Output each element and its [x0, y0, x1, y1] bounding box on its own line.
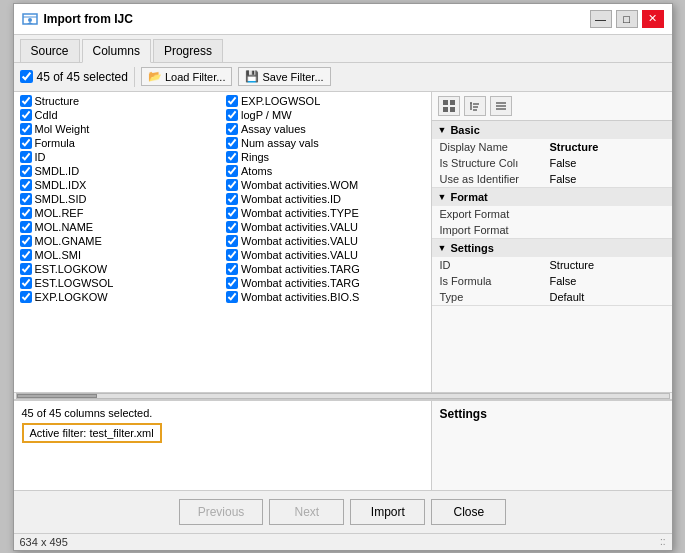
col-checkbox-atoms[interactable] [226, 165, 238, 177]
col-checkbox-wombat-wom[interactable] [226, 179, 238, 191]
col-checkbox-mol-weight[interactable] [20, 123, 32, 135]
list-item: Rings [222, 150, 429, 164]
col-checkbox-wombat-valu1[interactable] [226, 221, 238, 233]
list-item: MOL.GNAME [16, 234, 223, 248]
col-checkbox-mol-name[interactable] [20, 221, 32, 233]
list-item: ID [16, 150, 223, 164]
col-checkbox-est-logkow[interactable] [20, 263, 32, 275]
button-bar: Previous Next Import Close [14, 490, 672, 533]
col-checkbox-wombat-id[interactable] [226, 193, 238, 205]
minimize-button[interactable]: — [590, 10, 612, 28]
bottom-right-panel: Settings [432, 401, 672, 490]
list-item: Wombat activities.BIO.S [222, 290, 429, 304]
import-button[interactable]: Import [350, 499, 425, 525]
maximize-button[interactable]: □ [616, 10, 638, 28]
prop-row-import-format: Import Format [432, 222, 672, 238]
list-item: Wombat activities.TYPE [222, 206, 429, 220]
col-checkbox-est-logwsol[interactable] [20, 277, 32, 289]
col-checkbox-wombat-valu2[interactable] [226, 235, 238, 247]
col-checkbox-smdl-idx[interactable] [20, 179, 32, 191]
bottom-settings-title: Settings [440, 407, 664, 421]
col-checkbox-rings[interactable] [226, 151, 238, 163]
col-checkbox-wombat-valu3[interactable] [226, 249, 238, 261]
format-section: ▼ Format Export Format Import Format [432, 188, 672, 239]
col-checkbox-mol-ref[interactable] [20, 207, 32, 219]
active-filter-label: Active filter: test_filter.xml [22, 423, 162, 443]
col-checkbox-exp-logwsol[interactable] [226, 95, 238, 107]
col-checkbox-wombat-bio[interactable] [226, 291, 238, 303]
col-checkbox-smdl-sid[interactable] [20, 193, 32, 205]
list-item: MOL.NAME [16, 220, 223, 234]
col-checkbox-num-assay-vals[interactable] [226, 137, 238, 149]
prop-row-export-format: Export Format [432, 206, 672, 222]
list-item: MOL.SMI [16, 248, 223, 262]
list-item: SMDL.IDX [16, 178, 223, 192]
list-item: logP / MW [222, 108, 429, 122]
list-item: Assay values [222, 122, 429, 136]
svg-point-2 [28, 18, 32, 22]
main-window: Import from IJC — □ ✕ Source Columns Pro… [13, 3, 673, 551]
col-checkbox-smdl-id[interactable] [20, 165, 32, 177]
svg-rect-4 [450, 100, 455, 105]
columns-selected-text: 45 of 45 columns selected. [22, 407, 423, 419]
col-checkbox-exp-logkow[interactable] [20, 291, 32, 303]
col-checkbox-structure[interactable] [20, 95, 32, 107]
prop-row-display-name: Display Name Structure [432, 139, 672, 155]
save-filter-button[interactable]: 💾 Save Filter... [238, 67, 330, 86]
list-item: SMDL.ID [16, 164, 223, 178]
sort-asc-icon-button[interactable] [464, 96, 486, 116]
columns-grid: Structure EXP.LOGWSOL CdId logP / MW [14, 92, 431, 306]
col-checkbox-wombat-targ2[interactable] [226, 277, 238, 289]
next-button[interactable]: Next [269, 499, 344, 525]
col-checkbox-assay-values[interactable] [226, 123, 238, 135]
list-item: Wombat activities.WOM [222, 178, 429, 192]
tab-progress[interactable]: Progress [153, 39, 223, 62]
close-window-button[interactable]: ✕ [642, 10, 664, 28]
col-checkbox-mol-gname[interactable] [20, 235, 32, 247]
list-item: Wombat activities.VALU [222, 234, 429, 248]
select-all-checkbox[interactable] [20, 70, 33, 83]
col-checkbox-formula[interactable] [20, 137, 32, 149]
columns-panel[interactable]: Structure EXP.LOGWSOL CdId logP / MW [14, 92, 432, 392]
col-checkbox-logp-mw[interactable] [226, 109, 238, 121]
prop-row-is-formula: Is Formula False [432, 273, 672, 289]
main-content: Structure EXP.LOGWSOL CdId logP / MW [14, 92, 672, 392]
bottom-area: 45 of 45 columns selected. Active filter… [14, 400, 672, 490]
save-filter-icon: 💾 [245, 70, 259, 83]
list-item: EXP.LOGWSOL [222, 94, 429, 108]
list-item: EST.LOGKOW [16, 262, 223, 276]
property-icons-row [432, 92, 672, 121]
prop-row-is-structure: Is Structure Colı False [432, 155, 672, 171]
sort-icon-button[interactable] [490, 96, 512, 116]
title-controls: — □ ✕ [590, 10, 664, 28]
prop-row-use-as-id: Use as Identifier False [432, 171, 672, 187]
list-item: Num assay vals [222, 136, 429, 150]
horizontal-scrollbar[interactable] [14, 392, 672, 400]
list-item: EXP.LOGKOW [16, 290, 223, 304]
basic-section: ▼ Basic Display Name Structure Is Struct… [432, 121, 672, 188]
tab-columns[interactable]: Columns [82, 39, 151, 63]
title-bar-left: Import from IJC [22, 11, 133, 27]
settings-section: ▼ Settings ID Structure Is Formula False… [432, 239, 672, 306]
tab-source[interactable]: Source [20, 39, 80, 62]
scrollbar-track[interactable] [16, 393, 670, 399]
window-title: Import from IJC [44, 12, 133, 26]
col-checkbox-wombat-targ1[interactable] [226, 263, 238, 275]
list-item: Wombat activities.TARG [222, 262, 429, 276]
toolbar-divider [134, 67, 135, 87]
col-checkbox-wombat-type[interactable] [226, 207, 238, 219]
load-filter-icon: 📂 [148, 70, 162, 83]
grid-view-icon-button[interactable] [438, 96, 460, 116]
columns-toolbar: 45 of 45 selected 📂 Load Filter... 💾 Sav… [14, 63, 672, 92]
settings-section-header: ▼ Settings [432, 239, 672, 257]
load-filter-button[interactable]: 📂 Load Filter... [141, 67, 233, 86]
col-checkbox-mol-smi[interactable] [20, 249, 32, 261]
selected-count-label: 45 of 45 selected [37, 70, 128, 84]
col-checkbox-cdid[interactable] [20, 109, 32, 121]
close-button[interactable]: Close [431, 499, 506, 525]
list-item: SMDL.SID [16, 192, 223, 206]
prop-row-id: ID Structure [432, 257, 672, 273]
scrollbar-thumb[interactable] [17, 394, 97, 398]
col-checkbox-id[interactable] [20, 151, 32, 163]
previous-button[interactable]: Previous [179, 499, 264, 525]
